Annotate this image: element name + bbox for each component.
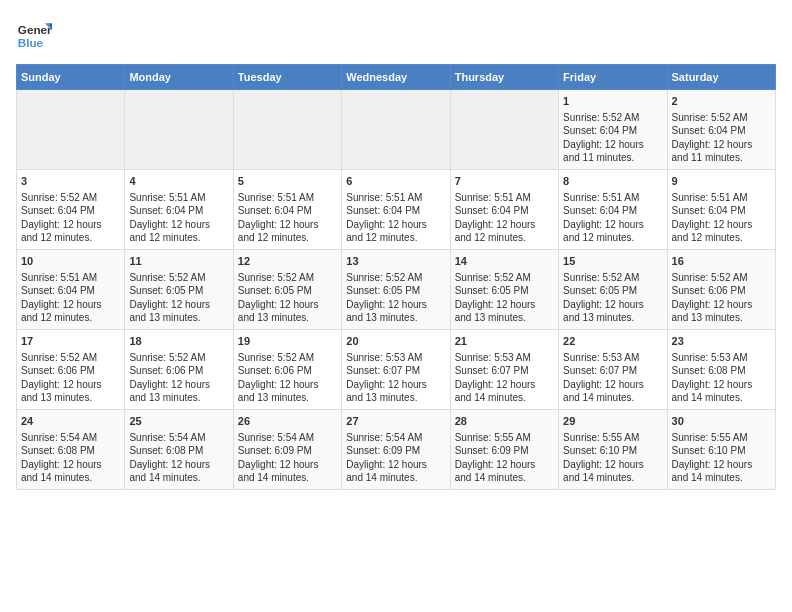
- weekday-header-row: SundayMondayTuesdayWednesdayThursdayFrid…: [17, 65, 776, 90]
- calendar-cell: 3Sunrise: 5:52 AMSunset: 6:04 PMDaylight…: [17, 170, 125, 250]
- day-info: Sunrise: 5:54 AMSunset: 6:08 PMDaylight:…: [21, 431, 120, 485]
- calendar-cell: [233, 90, 341, 170]
- calendar-cell: 19Sunrise: 5:52 AMSunset: 6:06 PMDayligh…: [233, 330, 341, 410]
- day-number: 27: [346, 414, 445, 429]
- calendar-cell: 27Sunrise: 5:54 AMSunset: 6:09 PMDayligh…: [342, 410, 450, 490]
- calendar-cell: 23Sunrise: 5:53 AMSunset: 6:08 PMDayligh…: [667, 330, 775, 410]
- calendar-cell: 2Sunrise: 5:52 AMSunset: 6:04 PMDaylight…: [667, 90, 775, 170]
- logo: General Blue: [16, 16, 52, 52]
- calendar-cell: 9Sunrise: 5:51 AMSunset: 6:04 PMDaylight…: [667, 170, 775, 250]
- calendar-cell: 12Sunrise: 5:52 AMSunset: 6:05 PMDayligh…: [233, 250, 341, 330]
- calendar-cell: 1Sunrise: 5:52 AMSunset: 6:04 PMDaylight…: [559, 90, 667, 170]
- day-info: Sunrise: 5:51 AMSunset: 6:04 PMDaylight:…: [563, 191, 662, 245]
- day-number: 6: [346, 174, 445, 189]
- calendar-week-3: 17Sunrise: 5:52 AMSunset: 6:06 PMDayligh…: [17, 330, 776, 410]
- day-number: 4: [129, 174, 228, 189]
- day-number: 28: [455, 414, 554, 429]
- day-info: Sunrise: 5:52 AMSunset: 6:05 PMDaylight:…: [455, 271, 554, 325]
- day-info: Sunrise: 5:53 AMSunset: 6:07 PMDaylight:…: [455, 351, 554, 405]
- calendar-cell: 5Sunrise: 5:51 AMSunset: 6:04 PMDaylight…: [233, 170, 341, 250]
- day-number: 13: [346, 254, 445, 269]
- calendar-cell: 17Sunrise: 5:52 AMSunset: 6:06 PMDayligh…: [17, 330, 125, 410]
- page-header: General Blue: [16, 16, 776, 52]
- day-info: Sunrise: 5:52 AMSunset: 6:06 PMDaylight:…: [21, 351, 120, 405]
- calendar-cell: 10Sunrise: 5:51 AMSunset: 6:04 PMDayligh…: [17, 250, 125, 330]
- calendar-cell: 21Sunrise: 5:53 AMSunset: 6:07 PMDayligh…: [450, 330, 558, 410]
- calendar-cell: 18Sunrise: 5:52 AMSunset: 6:06 PMDayligh…: [125, 330, 233, 410]
- day-info: Sunrise: 5:52 AMSunset: 6:06 PMDaylight:…: [238, 351, 337, 405]
- day-info: Sunrise: 5:55 AMSunset: 6:10 PMDaylight:…: [672, 431, 771, 485]
- weekday-header-thursday: Thursday: [450, 65, 558, 90]
- svg-text:Blue: Blue: [18, 36, 44, 49]
- calendar-body: 1Sunrise: 5:52 AMSunset: 6:04 PMDaylight…: [17, 90, 776, 490]
- calendar-cell: 8Sunrise: 5:51 AMSunset: 6:04 PMDaylight…: [559, 170, 667, 250]
- day-info: Sunrise: 5:51 AMSunset: 6:04 PMDaylight:…: [129, 191, 228, 245]
- weekday-header-sunday: Sunday: [17, 65, 125, 90]
- day-number: 25: [129, 414, 228, 429]
- day-number: 1: [563, 94, 662, 109]
- calendar-week-2: 10Sunrise: 5:51 AMSunset: 6:04 PMDayligh…: [17, 250, 776, 330]
- day-number: 17: [21, 334, 120, 349]
- calendar-week-1: 3Sunrise: 5:52 AMSunset: 6:04 PMDaylight…: [17, 170, 776, 250]
- weekday-header-friday: Friday: [559, 65, 667, 90]
- day-info: Sunrise: 5:52 AMSunset: 6:04 PMDaylight:…: [672, 111, 771, 165]
- day-number: 10: [21, 254, 120, 269]
- day-number: 5: [238, 174, 337, 189]
- calendar-cell: 24Sunrise: 5:54 AMSunset: 6:08 PMDayligh…: [17, 410, 125, 490]
- day-number: 16: [672, 254, 771, 269]
- day-info: Sunrise: 5:52 AMSunset: 6:06 PMDaylight:…: [129, 351, 228, 405]
- day-info: Sunrise: 5:51 AMSunset: 6:04 PMDaylight:…: [346, 191, 445, 245]
- day-number: 23: [672, 334, 771, 349]
- logo-icon: General Blue: [16, 16, 52, 52]
- day-info: Sunrise: 5:52 AMSunset: 6:05 PMDaylight:…: [129, 271, 228, 325]
- weekday-header-tuesday: Tuesday: [233, 65, 341, 90]
- weekday-header-wednesday: Wednesday: [342, 65, 450, 90]
- day-number: 11: [129, 254, 228, 269]
- calendar-week-0: 1Sunrise: 5:52 AMSunset: 6:04 PMDaylight…: [17, 90, 776, 170]
- calendar-cell: 15Sunrise: 5:52 AMSunset: 6:05 PMDayligh…: [559, 250, 667, 330]
- calendar-cell: 16Sunrise: 5:52 AMSunset: 6:06 PMDayligh…: [667, 250, 775, 330]
- day-number: 2: [672, 94, 771, 109]
- day-number: 15: [563, 254, 662, 269]
- day-info: Sunrise: 5:51 AMSunset: 6:04 PMDaylight:…: [672, 191, 771, 245]
- weekday-header-saturday: Saturday: [667, 65, 775, 90]
- day-info: Sunrise: 5:51 AMSunset: 6:04 PMDaylight:…: [455, 191, 554, 245]
- calendar-header: SundayMondayTuesdayWednesdayThursdayFrid…: [17, 65, 776, 90]
- calendar-cell: 6Sunrise: 5:51 AMSunset: 6:04 PMDaylight…: [342, 170, 450, 250]
- day-info: Sunrise: 5:52 AMSunset: 6:06 PMDaylight:…: [672, 271, 771, 325]
- day-info: Sunrise: 5:53 AMSunset: 6:08 PMDaylight:…: [672, 351, 771, 405]
- calendar-cell: 28Sunrise: 5:55 AMSunset: 6:09 PMDayligh…: [450, 410, 558, 490]
- calendar-cell: 13Sunrise: 5:52 AMSunset: 6:05 PMDayligh…: [342, 250, 450, 330]
- day-number: 8: [563, 174, 662, 189]
- calendar-cell: 14Sunrise: 5:52 AMSunset: 6:05 PMDayligh…: [450, 250, 558, 330]
- calendar-cell: [125, 90, 233, 170]
- day-number: 9: [672, 174, 771, 189]
- day-number: 21: [455, 334, 554, 349]
- day-number: 7: [455, 174, 554, 189]
- day-number: 29: [563, 414, 662, 429]
- day-info: Sunrise: 5:55 AMSunset: 6:09 PMDaylight:…: [455, 431, 554, 485]
- day-info: Sunrise: 5:52 AMSunset: 6:04 PMDaylight:…: [563, 111, 662, 165]
- calendar-table: SundayMondayTuesdayWednesdayThursdayFrid…: [16, 64, 776, 490]
- day-number: 24: [21, 414, 120, 429]
- day-info: Sunrise: 5:52 AMSunset: 6:05 PMDaylight:…: [238, 271, 337, 325]
- calendar-week-4: 24Sunrise: 5:54 AMSunset: 6:08 PMDayligh…: [17, 410, 776, 490]
- day-info: Sunrise: 5:52 AMSunset: 6:04 PMDaylight:…: [21, 191, 120, 245]
- day-number: 14: [455, 254, 554, 269]
- day-number: 30: [672, 414, 771, 429]
- calendar-cell: 30Sunrise: 5:55 AMSunset: 6:10 PMDayligh…: [667, 410, 775, 490]
- calendar-cell: [17, 90, 125, 170]
- day-info: Sunrise: 5:52 AMSunset: 6:05 PMDaylight:…: [346, 271, 445, 325]
- calendar-cell: 7Sunrise: 5:51 AMSunset: 6:04 PMDaylight…: [450, 170, 558, 250]
- day-number: 18: [129, 334, 228, 349]
- calendar-cell: 26Sunrise: 5:54 AMSunset: 6:09 PMDayligh…: [233, 410, 341, 490]
- day-info: Sunrise: 5:55 AMSunset: 6:10 PMDaylight:…: [563, 431, 662, 485]
- day-info: Sunrise: 5:53 AMSunset: 6:07 PMDaylight:…: [346, 351, 445, 405]
- day-info: Sunrise: 5:53 AMSunset: 6:07 PMDaylight:…: [563, 351, 662, 405]
- calendar-cell: 22Sunrise: 5:53 AMSunset: 6:07 PMDayligh…: [559, 330, 667, 410]
- day-number: 20: [346, 334, 445, 349]
- day-number: 3: [21, 174, 120, 189]
- day-number: 22: [563, 334, 662, 349]
- calendar-cell: 25Sunrise: 5:54 AMSunset: 6:08 PMDayligh…: [125, 410, 233, 490]
- calendar-cell: [342, 90, 450, 170]
